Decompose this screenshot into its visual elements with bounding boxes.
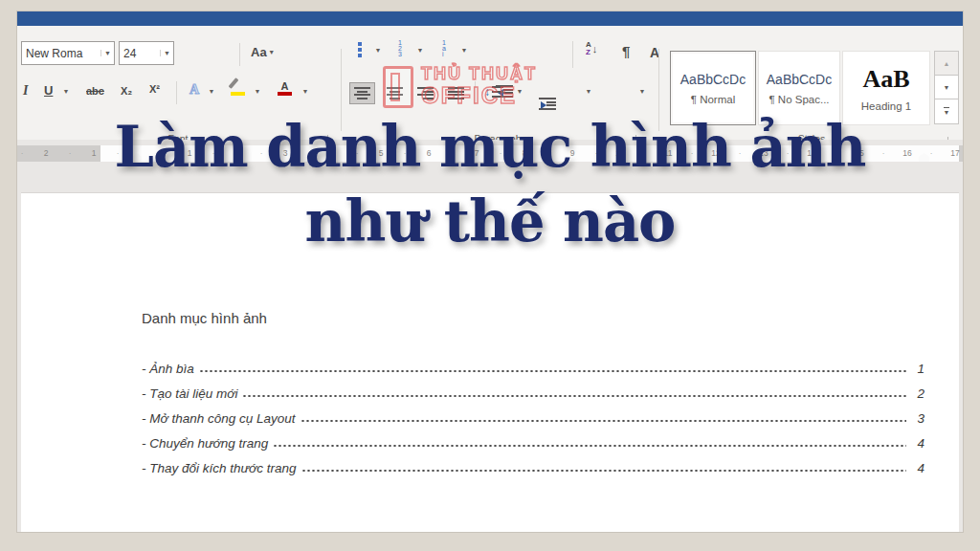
- toc-row: - Ảnh bìa1: [142, 351, 924, 376]
- sort-button[interactable]: AZ ↓: [586, 41, 597, 56]
- ruler-number: 11: [658, 145, 678, 162]
- toc-page-number: 4: [911, 436, 924, 451]
- strikethrough-button[interactable]: abc: [86, 85, 104, 97]
- highlight-color-bar: [231, 92, 245, 96]
- toc-page-number: 2: [911, 386, 924, 401]
- shading-dropdown-icon[interactable]: ▼: [584, 88, 593, 95]
- ruler-tick: ·: [785, 145, 791, 162]
- ruler-tick: ·: [593, 145, 599, 162]
- sort-arrow-icon: ↓: [592, 43, 598, 55]
- ruler-tick: ·: [450, 145, 456, 162]
- increase-indent-button[interactable]: [539, 98, 556, 110]
- ruler-number: 14: [802, 145, 821, 162]
- ruler-number: 7: [467, 145, 486, 162]
- ruler-margin-number: 2: [36, 145, 56, 162]
- group-divider: [341, 49, 342, 131]
- underline-button[interactable]: U: [44, 83, 53, 98]
- toc-entry-label: - Tạo tài liệu mới: [142, 386, 237, 401]
- font-color-dropdown-icon[interactable]: ▼: [301, 88, 310, 95]
- line-spacing-button[interactable]: ↕: [484, 85, 503, 99]
- ruler-tick: ·: [354, 145, 360, 162]
- ruler-number: 9: [563, 145, 582, 162]
- align-left-button[interactable]: [350, 83, 374, 103]
- ruler-number: 6: [419, 145, 438, 162]
- subscript-button[interactable]: X₂: [121, 85, 132, 97]
- align-justify-button[interactable]: [448, 87, 464, 99]
- toc-dot-leader: [242, 394, 906, 398]
- document-heading: Danh mục hình ảnh: [142, 310, 267, 326]
- change-case-button[interactable]: Aa ▼: [251, 45, 277, 59]
- ruler-tick: ·: [306, 145, 312, 162]
- toc-entry-label: - Mở thanh công cụ Layout: [142, 411, 296, 426]
- line-spacing-dropdown-icon[interactable]: ▼: [515, 88, 524, 95]
- toc-entry-label: - Ảnh bìa: [142, 362, 194, 376]
- text-effects-button[interactable]: A: [189, 82, 199, 98]
- change-case-icon: Aa: [251, 45, 267, 59]
- ruler-number: 2: [228, 145, 247, 162]
- font-color-button[interactable]: A: [278, 81, 292, 96]
- ruler-tick: ·: [115, 145, 121, 162]
- styles-scroll-down-button[interactable]: ▼: [934, 75, 959, 100]
- align-right-button[interactable]: [417, 87, 434, 99]
- ruler-number: 1: [180, 145, 199, 162]
- font-size-combo[interactable]: 24 ▼: [119, 41, 174, 65]
- line-spacing-arrows-icon: ↕: [484, 85, 490, 99]
- text-highlight-dropdown-icon[interactable]: ▼: [253, 88, 262, 95]
- style-card-heading1[interactable]: AaB Heading 1: [842, 51, 930, 125]
- italic-button[interactable]: I: [23, 83, 28, 99]
- toc-row: - Tạo tài liệu mới2: [142, 376, 924, 401]
- toc-entry-label: - Thay đổi kích thước trang: [142, 461, 297, 475]
- toc-list: - Ảnh bìa1- Tạo tài liệu mới2- Mở thanh …: [142, 351, 924, 475]
- ruler-number: 17: [946, 145, 965, 162]
- ruler-tick: ·: [498, 145, 503, 162]
- ruler-tick: ·: [641, 145, 647, 162]
- styles-scroll-up-button[interactable]: ▲: [934, 51, 959, 77]
- ruler-tick: ·: [402, 145, 408, 162]
- font-size-dropdown-icon[interactable]: ▼: [160, 50, 173, 56]
- numbering-icon[interactable]: [392, 43, 411, 56]
- font-name-dropdown-icon[interactable]: ▼: [100, 50, 114, 56]
- bullets-dropdown-icon[interactable]: ▼: [373, 47, 383, 54]
- bullets-icon[interactable]: [352, 43, 370, 56]
- ruler-tick: ·: [211, 145, 216, 162]
- text-highlight-button[interactable]: [230, 81, 245, 96]
- toc-entry-label: - Chuyển hướng trang: [142, 436, 268, 451]
- style-card-normal[interactable]: AaBbCcDc ¶ Normal: [670, 51, 756, 125]
- ruler-number: 15: [850, 145, 869, 162]
- align-center-button[interactable]: [387, 87, 403, 99]
- font-color-bar: [278, 92, 292, 96]
- ribbon: New Roma ▼ 24 ▼ A▲ A▼ Aa ▼ A I U ▼ abc X…: [17, 26, 963, 141]
- font-name-value: New Roma: [22, 47, 100, 60]
- document-canvas: Danh mục hình ảnh - Ảnh bìa1- Tạo tài li…: [17, 193, 963, 532]
- styles-more-button[interactable]: ▼: [934, 99, 959, 124]
- ruler-number: 3: [276, 145, 295, 162]
- document-page[interactable]: Danh mục hình ảnh - Ảnh bìa1- Tạo tài li…: [21, 193, 959, 532]
- underline-dropdown-icon[interactable]: ▼: [61, 88, 71, 95]
- show-hide-pilcrow-button[interactable]: ¶: [622, 43, 630, 59]
- group-divider: [658, 49, 659, 131]
- line-spacing-lines-icon: [492, 86, 503, 98]
- multilevel-list-icon[interactable]: [436, 43, 455, 56]
- multilevel-list-dropdown-icon[interactable]: ▼: [459, 47, 469, 54]
- text-effects-dropdown-icon[interactable]: ▼: [207, 88, 216, 95]
- divider: [239, 43, 240, 66]
- style-card-no-spacing[interactable]: AaBbCcDc ¶ No Spac...: [758, 51, 840, 125]
- toc-dot-leader: [199, 369, 906, 373]
- superscript-button[interactable]: X²: [149, 83, 160, 95]
- font-color-letter: A: [281, 81, 289, 91]
- toc-dot-leader: [273, 444, 906, 448]
- font-size-value: 24: [120, 47, 160, 60]
- divider: [572, 41, 573, 68]
- toc-page-number: 3: [911, 411, 924, 426]
- numbering-dropdown-icon[interactable]: ▼: [415, 47, 425, 54]
- toc-row: - Chuyển hướng trang4: [142, 426, 924, 451]
- ruler-zone: 21···1·2·3·4·5·6·7·8·9·10·11·12·13·14·15…: [17, 140, 963, 193]
- borders-dropdown-icon[interactable]: ▼: [637, 88, 647, 95]
- font-name-combo[interactable]: New Roma ▼: [21, 41, 115, 65]
- ruler-number: 8: [515, 145, 534, 162]
- toc-dot-leader: [301, 419, 906, 423]
- ruler-margin-number: 1: [84, 145, 103, 162]
- ruler-tick: ·: [258, 145, 264, 162]
- ruler-number: 12: [706, 145, 725, 162]
- change-case-dropdown-icon[interactable]: ▼: [267, 49, 277, 55]
